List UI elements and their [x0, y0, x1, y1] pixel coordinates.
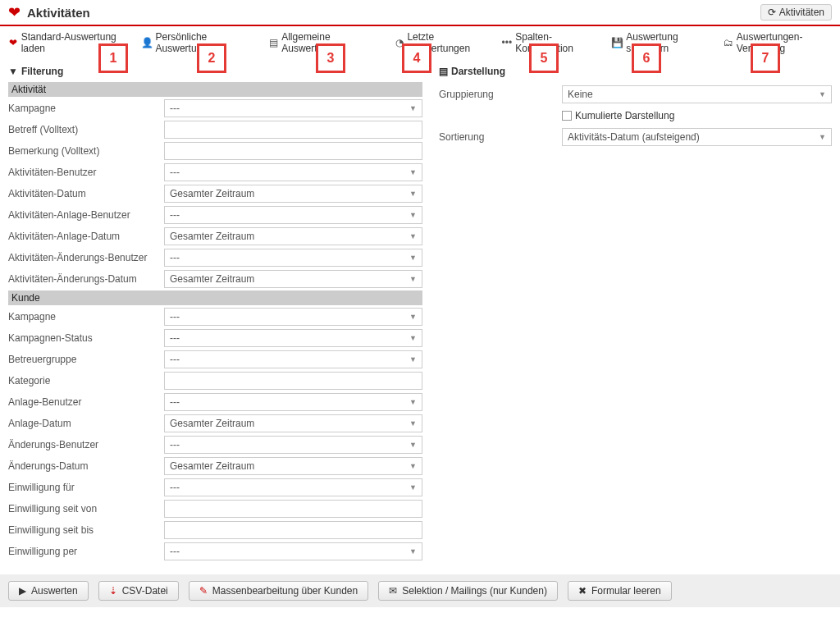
cumulative-checkbox[interactable]: Kumulierte Darstellung [562, 110, 832, 121]
toolbar-item-2[interactable]: ▤Allgemeine Auswertungen [269, 31, 377, 54]
filter-field-row: Aktivitäten-Benutzer---▼ [8, 162, 422, 182]
field-dropdown[interactable]: Gesamter Zeitraum▼ [164, 270, 422, 288]
grouping-value: Keine [568, 89, 593, 100]
field-textbox[interactable] [164, 500, 422, 518]
filter-field-row: Anlage-DatumGesamter Zeitraum▼ [8, 414, 422, 433]
filter-field-row: Aktivitäten-Anlage-DatumGesamter Zeitrau… [8, 226, 422, 246]
grouping-label: Gruppierung [439, 89, 562, 100]
toolbar-item-label: Persönliche Auswertungen [156, 31, 251, 54]
filter-field-row: Bemerkung (Volltext) [8, 141, 422, 161]
chevron-down-icon: ▼ [409, 168, 417, 176]
filter-field-row: Kategorie [8, 371, 422, 391]
footer-button-0[interactable]: ▶Auswerten [8, 581, 89, 601]
edit-icon: ✎ [199, 585, 208, 597]
field-textbox[interactable] [164, 521, 422, 539]
toolbar-item-label: Letzte Auswertungen [407, 31, 483, 54]
refresh-label: Aktivitäten [779, 7, 824, 18]
person-icon: 👤 [141, 37, 153, 48]
field-label: Aktivitäten-Datum [8, 188, 164, 199]
filter-field-row: Änderungs-DatumGesamter Zeitraum▼ [8, 456, 422, 476]
field-dropdown[interactable]: Gesamter Zeitraum▼ [164, 185, 422, 203]
field-label: Kampagnen-Status [8, 332, 164, 344]
field-label: Kategorie [8, 375, 164, 386]
field-label: Änderungs-Benutzer [8, 439, 164, 450]
filter-field-row: Anlage-Benutzer---▼ [8, 392, 422, 412]
field-label: Aktivitäten-Änderungs-Benutzer [8, 252, 164, 263]
toolbar-item-1[interactable]: 👤Persönliche Auswertungen [141, 31, 251, 54]
field-dropdown[interactable]: ---▼ [164, 163, 422, 181]
save-icon: 💾 [611, 37, 623, 48]
sorting-select[interactable]: Aktivitäts-Datum (aufsteigend) ▼ [562, 128, 832, 146]
field-textbox[interactable] [164, 142, 422, 160]
clock-icon: ◔ [395, 37, 404, 48]
field-dropdown[interactable]: ---▼ [164, 249, 422, 267]
field-value: --- [170, 311, 180, 322]
chevron-down-icon: ▼ [409, 313, 417, 321]
field-dropdown[interactable]: ---▼ [164, 206, 422, 224]
sorting-value: Aktivitäts-Datum (aufsteigend) [568, 131, 700, 143]
footer-button-3[interactable]: ✉Selektion / Mailings (nur Kunden) [378, 581, 558, 601]
field-dropdown[interactable]: ---▼ [164, 478, 422, 496]
field-value: Gesamter Zeitraum [170, 460, 254, 472]
field-label: Betreuergruppe [8, 354, 164, 365]
footer-button-label: CSV-Datei [122, 585, 168, 597]
chevron-down-icon: ▼ [409, 275, 417, 283]
toolbar: ❤Standard-Auswertung laden👤Persönliche A… [0, 26, 840, 59]
field-dropdown[interactable]: ---▼ [164, 99, 422, 117]
field-dropdown[interactable]: ---▼ [164, 329, 422, 347]
field-dropdown[interactable]: Gesamter Zeitraum▼ [164, 457, 422, 475]
chevron-down-icon: ▼ [409, 190, 417, 198]
footer-button-4[interactable]: ✖Formular leeren [568, 581, 672, 601]
chevron-down-icon: ▼ [409, 334, 417, 342]
chevron-down-icon: ▼ [819, 90, 826, 98]
field-dropdown[interactable]: ---▼ [164, 542, 422, 560]
toolbar-item-5[interactable]: 💾Auswertung speichern [611, 31, 705, 54]
grouping-select[interactable]: Keine ▼ [562, 85, 832, 103]
toolbar-item-3[interactable]: ◔Letzte Auswertungen [395, 31, 484, 54]
field-value: --- [170, 167, 180, 178]
footer-button-label: Auswerten [31, 585, 78, 597]
filter-field-row: Kampagne---▼ [8, 307, 422, 327]
field-dropdown[interactable]: ---▼ [164, 308, 422, 326]
toolbar-item-0[interactable]: ❤Standard-Auswertung laden [8, 31, 123, 54]
page-title: Aktivitäten [27, 6, 90, 20]
field-label: Anlage-Datum [8, 418, 164, 429]
field-value: --- [170, 546, 180, 557]
field-value: --- [170, 354, 180, 365]
field-label: Betreff (Volltext) [8, 124, 164, 135]
refresh-button[interactable]: ⟳ Aktivitäten [760, 4, 832, 21]
chevron-down-icon: ▼ [409, 232, 417, 240]
field-dropdown[interactable]: Gesamter Zeitraum▼ [164, 414, 422, 432]
chevron-down-icon: ▼ [409, 419, 417, 428]
field-textbox[interactable] [164, 372, 422, 390]
chevron-down-icon: ▼ [409, 462, 417, 470]
footer-button-1[interactable]: ⇣CSV-Datei [98, 581, 179, 601]
chevron-down-icon: ▼ [409, 483, 417, 492]
field-label: Anlage-Benutzer [8, 396, 164, 408]
filter-field-row: Kampagnen-Status---▼ [8, 328, 422, 348]
clear-icon: ✖ [578, 585, 587, 597]
filter-field-row: Betreff (Volltext) [8, 120, 422, 139]
csv-icon: ⇣ [109, 585, 117, 597]
field-value: --- [170, 209, 180, 221]
manage-icon: 🗂 [724, 37, 733, 48]
field-dropdown[interactable]: ---▼ [164, 393, 422, 411]
chevron-down-icon: ▼ [409, 398, 417, 406]
filter-icon: ▼ [8, 66, 18, 77]
field-dropdown[interactable]: ---▼ [164, 350, 422, 368]
field-label: Kampagne [8, 311, 164, 322]
field-textbox[interactable] [164, 121, 422, 139]
app-logo-icon: ❤ [8, 3, 21, 21]
footer-button-2[interactable]: ✎Massenbearbeitung über Kunden [189, 581, 368, 601]
filter-field-row: Aktivitäten-Änderungs-DatumGesamter Zeit… [8, 269, 422, 289]
field-value: --- [170, 482, 180, 493]
filter-section-title: Kunde [8, 290, 422, 305]
display-icon: ▤ [439, 66, 448, 77]
field-dropdown[interactable]: ---▼ [164, 436, 422, 454]
toolbar-item-4[interactable]: •••Spalten-Konfiguration [502, 31, 594, 54]
toolbar-item-6[interactable]: 🗂Auswertungen-Verwaltung [724, 31, 832, 54]
toolbar-item-label: Auswertung speichern [626, 31, 705, 54]
refresh-icon: ⟳ [768, 7, 776, 18]
field-dropdown[interactable]: Gesamter Zeitraum▼ [164, 227, 422, 245]
filter-field-row: Betreuergruppe---▼ [8, 350, 422, 369]
